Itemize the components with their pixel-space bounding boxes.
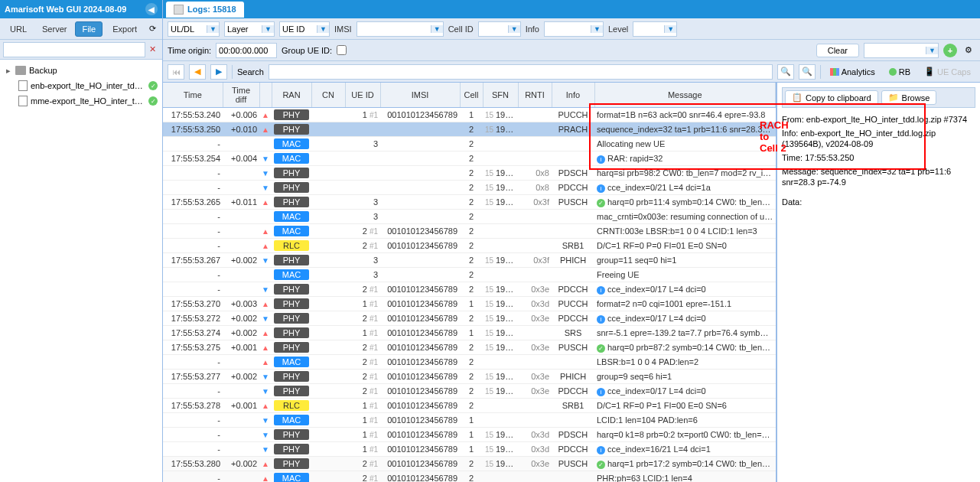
file-button[interactable]: File (75, 21, 103, 37)
left-panel: Amarisoft Web GUI 2024-08-09 ◀ URL Serve… (0, 0, 163, 482)
col-header[interactable]: Info (552, 83, 594, 108)
table-row[interactable]: 17:55:53.250+0.010▲PHY215 194.7PRACHsequ… (163, 122, 776, 137)
log-grid[interactable]: TimeTime diffRANCNUE IDIMSICellSFNRNTIIn… (163, 83, 776, 482)
detail-message: Message: sequence_index=32 ta=1 prb=11:6… (782, 166, 975, 187)
table-row[interactable]: -MAC32Freeing UE (163, 268, 776, 282)
col-header[interactable]: Message (594, 83, 776, 108)
search-prev-icon[interactable]: 🔍 (777, 64, 794, 80)
table-row[interactable]: -▼PHY2 #1001010123456789215 197.80x3ePDC… (163, 384, 776, 399)
level-combo[interactable]: ▼ (633, 21, 677, 37)
add-filter-icon[interactable]: + (943, 44, 957, 57)
tree-root[interactable]: ▸ Backup (2, 63, 161, 78)
table-row[interactable]: -▲RLC2 #10010101234567892SRB1D/C=1 RF=0 … (163, 239, 776, 253)
table-row[interactable]: 17:55:53.240+0.006▲PHY1 #100101012345678… (163, 108, 776, 122)
table-row[interactable]: 17:55:53.280+0.002▲PHY2 #100101012345678… (163, 457, 776, 471)
table-row[interactable]: 17:55:53.278+0.001▲RLC1 #100101012345678… (163, 399, 776, 413)
server-button[interactable]: Server (35, 21, 73, 37)
expander-icon[interactable]: ▸ (5, 66, 12, 76)
file-icon (18, 96, 28, 106)
folder-label: Backup (29, 66, 57, 75)
clear-search-icon[interactable]: ✕ (145, 43, 159, 57)
table-row[interactable]: 17:55:53.277+0.002▼PHY2 #100101012345678… (163, 370, 776, 384)
refresh-icon[interactable]: ⟳ (145, 22, 159, 36)
tree-file-1[interactable]: mme-export_lte_HO_inter_tdd.log.zip ✓ (2, 93, 161, 109)
tree-search-row: ✕ (0, 40, 162, 60)
layer-combo[interactable]: ▼ (224, 21, 275, 37)
imsi-label: IMSI (334, 24, 352, 34)
uldl-combo[interactable]: ▼ (168, 21, 220, 37)
file-icon (18, 80, 28, 91)
file-tree: ▸ Backup enb-export_lte_HO_inter_tdd.log… (0, 60, 162, 482)
table-row[interactable]: 17:55:53.275+0.001▲PHY2 #100101012345678… (163, 340, 776, 355)
export-button[interactable]: Export (106, 21, 144, 37)
analytics-button[interactable]: Analytics (825, 67, 880, 77)
filter-save-combo[interactable]: ▼ (864, 43, 939, 58)
col-header[interactable]: SFN (483, 83, 518, 108)
rb-button[interactable]: RB (884, 67, 915, 77)
url-button[interactable]: URL (3, 21, 34, 37)
table-row[interactable]: -▼PHY215 195.50x8PDCCHicce_index=0/21 L=… (163, 181, 776, 195)
cellid-label: Cell ID (448, 24, 474, 34)
table-row[interactable]: 17:55:53.272+0.002▼PHY2 #100101012345678… (163, 311, 776, 326)
filter-row2: Time origin: Group UE ID: Clear ▼ + ⚙ (163, 40, 980, 61)
time-origin-input[interactable] (216, 43, 277, 58)
table-row[interactable]: -▲MAC2 #10010101234567892PHR:ph=63 LCID:… (163, 471, 776, 483)
table-row[interactable]: -▲MAC2 #10010101234567892LBSR:b=1 0 0 4 … (163, 355, 776, 370)
left-toolbar: URL Server File Export ⟳ (0, 18, 162, 40)
browse-button[interactable]: 📁Browse (881, 90, 937, 105)
grid-holder: TimeTime diffRANCNUE IDIMSICellSFNRNTIIn… (163, 83, 777, 482)
table-row[interactable]: 17:55:53.265+0.011▲PHY3215 196.20x3fPUSC… (163, 195, 776, 210)
file-label: enb-export_lte_HO_inter_tdd.log.zip (31, 81, 145, 90)
details-toolbar: 📋Copy to clipboard 📁Browse (782, 87, 975, 108)
logs-icon (174, 5, 184, 15)
col-header[interactable]: RAN (272, 83, 311, 108)
cellid-combo[interactable]: ▼ (478, 21, 521, 37)
clear-button[interactable]: Clear (816, 44, 859, 57)
info-combo[interactable]: ▼ (544, 21, 604, 37)
col-header[interactable] (259, 83, 272, 108)
details-panel: 📋Copy to clipboard 📁Browse From: enb-exp… (777, 83, 980, 482)
table-row[interactable]: -MAC32Allocating new UE (163, 137, 776, 151)
table-row[interactable]: 17:55:53.274+0.002▲PHY1 #100101012345678… (163, 326, 776, 340)
ueid-combo[interactable]: ▼ (279, 21, 330, 37)
nav-prev-icon[interactable]: ◀ (189, 64, 206, 80)
nav-home-icon[interactable]: ⏮ (168, 64, 184, 80)
col-header[interactable]: Time diff (223, 83, 259, 108)
table-row[interactable]: -MAC32mac_crnti=0x003e: resuming connect… (163, 210, 776, 224)
table-row[interactable]: 17:55:53.254+0.004▼MAC2iRAR: rapid=32 (163, 151, 776, 166)
table-row[interactable]: 17:55:53.270+0.003▲PHY1 #100101012345678… (163, 297, 776, 311)
tree-file-0[interactable]: enb-export_lte_HO_inter_tdd.log.zip ✓ (2, 78, 161, 93)
col-header[interactable]: Cell (460, 83, 483, 108)
collapse-icon[interactable]: ◀ (145, 3, 158, 15)
tree-search-input[interactable] (3, 42, 145, 57)
table-row[interactable]: -▼MAC1 #10010101234567891LCID:1 len=104 … (163, 413, 776, 428)
detail-time: Time: 17:55:53.250 (782, 152, 975, 163)
table-row[interactable]: -▼PHY1 #1001010123456789115 197.90x3dPDC… (163, 442, 776, 457)
col-header[interactable]: UE ID (345, 83, 380, 108)
search-input[interactable] (269, 64, 773, 80)
settings-icon[interactable]: ⚙ (962, 44, 975, 57)
table-row[interactable]: 17:55:53.267+0.002▼PHY3215 196.80x3fPHIC… (163, 253, 776, 268)
col-header[interactable]: RNTI (518, 83, 552, 108)
right-area: Logs: 15818 ▼ ▼ ▼ IMSI ▼ Cell ID ▼ Info … (163, 0, 980, 482)
table-row[interactable]: -▼PHY2 #1001010123456789215 196.80x3ePDC… (163, 282, 776, 297)
uecaps-button[interactable]: 📱UE Caps (920, 67, 975, 77)
col-header[interactable]: IMSI (380, 83, 460, 108)
col-header[interactable]: CN (311, 83, 345, 108)
nav-next-icon[interactable]: ▶ (210, 64, 227, 80)
tab-logs[interactable]: Logs: 15818 (166, 2, 244, 18)
detail-from: From: enb-export_lte_HO_inter_tdd.log.zi… (782, 114, 975, 125)
table-row[interactable]: -▲MAC2 #10010101234567892CRNTI:003e LBSR… (163, 224, 776, 239)
col-header[interactable]: Time (163, 83, 223, 108)
search-next-icon[interactable]: 🔍 (799, 64, 816, 80)
content-split: TimeTime diffRANCNUE IDIMSICellSFNRNTIIn… (163, 83, 980, 482)
check-icon: ✓ (148, 81, 158, 90)
group-ue-label: Group UE ID: (282, 46, 332, 55)
table-row[interactable]: -▼PHY215 195.50x8PDSCHharq=si prb=98:2 C… (163, 166, 776, 181)
tab-bar: Logs: 15818 (163, 0, 980, 18)
imsi-combo[interactable]: ▼ (357, 21, 444, 37)
table-row[interactable]: -▼PHY1 #1001010123456789115 197.90x3dPDS… (163, 428, 776, 442)
group-ue-checkbox[interactable] (337, 45, 347, 55)
copy-button[interactable]: 📋Copy to clipboard (785, 90, 878, 105)
info-label: Info (526, 24, 539, 34)
